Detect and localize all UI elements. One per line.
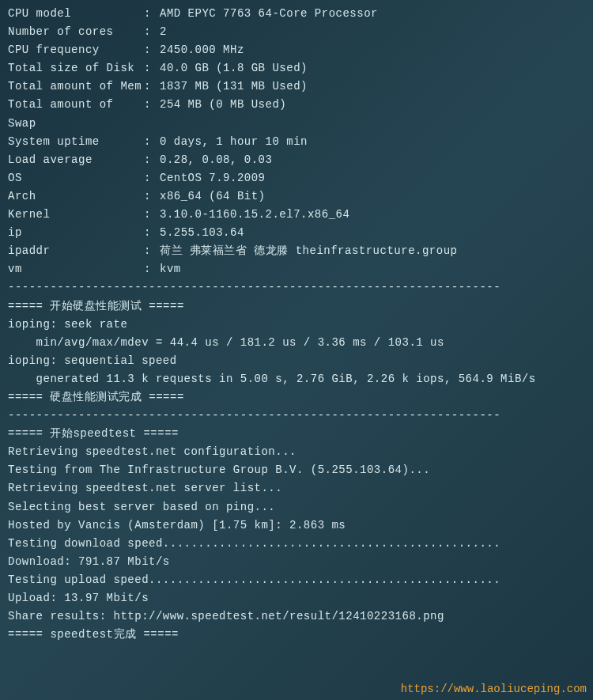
speedtest-testing-download: Testing download speed..................… <box>8 535 585 553</box>
sysinfo-value: 0 days, 1 hour 10 min <box>160 133 308 151</box>
speedtest-selecting: Selecting best server based on ping... <box>8 498 585 516</box>
ioping-seek-result: min/avg/max/mdev = 44.4 us / 181.2 us / … <box>8 334 585 352</box>
colon: : <box>144 41 160 59</box>
sysinfo-label: Total amount of Mem <box>8 78 144 96</box>
sysinfo-value: 3.10.0-1160.15.2.el7.x86_64 <box>160 206 349 224</box>
sysinfo-swap: Total amount of Swap: 254 MB (0 MB Used) <box>8 96 585 132</box>
sysinfo-label: Arch <box>8 187 144 206</box>
speedtest-retrieving-servers: Retrieving speedtest.net server list... <box>8 479 585 498</box>
ioping-seek-label: ioping: seek rate <box>8 316 585 334</box>
ioping-sequential-result: generated 11.3 k requests in 5.00 s, 2.7… <box>8 370 585 388</box>
sysinfo-os: OS: CentOS 7.9.2009 <box>8 169 585 187</box>
sysinfo-arch: Arch: x86_64 (64 Bit) <box>8 187 585 206</box>
sysinfo-num-cores: Number of cores: 2 <box>8 23 585 41</box>
sysinfo-cpu-model: CPU model: AMD EPYC 7763 64-Core Process… <box>8 5 585 23</box>
speedtest-share-link: Share results: http://www.speedtest.net/… <box>8 607 585 626</box>
colon: : <box>144 206 160 224</box>
sysinfo-label: System uptime <box>8 133 144 151</box>
colon: : <box>144 23 160 41</box>
watermark-url: https://www.laoliuceping.com <box>401 680 587 698</box>
colon: : <box>144 133 160 151</box>
speedtest-footer: ===== speedtest完成 ===== <box>8 626 585 644</box>
sysinfo-value: AMD EPYC 7763 64-Core Processor <box>160 5 378 23</box>
sysinfo-value: 0.28, 0.08, 0.03 <box>160 151 272 169</box>
colon: : <box>144 169 160 187</box>
sysinfo-label: Number of cores <box>8 23 144 41</box>
speedtest-upload-result: Upload: 13.97 Mbit/s <box>8 589 585 607</box>
sysinfo-value: x86_64 (64 Bit) <box>160 187 266 206</box>
sysinfo-vm: vm: kvm <box>8 260 585 278</box>
sysinfo-value: CentOS 7.9.2009 <box>160 169 266 187</box>
speedtest-testing-upload: Testing upload speed....................… <box>8 571 585 589</box>
separator-line: ----------------------------------------… <box>8 407 585 425</box>
sysinfo-value: kvm <box>160 260 181 278</box>
sysinfo-mem: Total amount of Mem: 1837 MB (131 MB Use… <box>8 78 585 96</box>
disk-test-header: ===== 开始硬盘性能测试 ===== <box>8 297 585 316</box>
colon: : <box>144 59 160 78</box>
colon: : <box>144 96 160 132</box>
sysinfo-load: Load average: 0.28, 0.08, 0.03 <box>8 151 585 169</box>
sysinfo-uptime: System uptime: 0 days, 1 hour 10 min <box>8 133 585 151</box>
sysinfo-label: Total size of Disk <box>8 59 144 78</box>
sysinfo-label: Total amount of Swap <box>8 96 144 132</box>
sysinfo-label: CPU model <box>8 5 144 23</box>
speedtest-header: ===== 开始speedtest ===== <box>8 425 585 443</box>
speedtest-retrieving-config: Retrieving speedtest.net configuration..… <box>8 443 585 461</box>
sysinfo-label: ipaddr <box>8 242 144 260</box>
sysinfo-label: Load average <box>8 151 144 169</box>
sysinfo-label: vm <box>8 260 144 278</box>
sysinfo-disk: Total size of Disk: 40.0 GB (1.8 GB Used… <box>8 59 585 78</box>
speedtest-hosted-by: Hosted by Vancis (Amsterdam) [1.75 km]: … <box>8 516 585 535</box>
colon: : <box>144 151 160 169</box>
colon: : <box>144 78 160 96</box>
terminal-output: CPU model: AMD EPYC 7763 64-Core Process… <box>8 5 585 644</box>
disk-test-footer: ===== 硬盘性能测试完成 ===== <box>8 388 585 407</box>
colon: : <box>144 187 160 206</box>
separator-line: ----------------------------------------… <box>8 278 585 297</box>
colon: : <box>144 242 160 260</box>
speedtest-testing-from: Testing from The Infrastructure Group B.… <box>8 461 585 479</box>
sysinfo-cpu-freq: CPU frequency: 2450.000 MHz <box>8 41 585 59</box>
speedtest-download-result: Download: 791.87 Mbit/s <box>8 553 585 571</box>
sysinfo-value: 荷兰 弗莱福兰省 德龙滕 theinfrastructure.group <box>160 242 457 260</box>
sysinfo-label: ip <box>8 224 144 242</box>
sysinfo-value: 2450.000 MHz <box>160 41 244 59</box>
sysinfo-value: 5.255.103.64 <box>160 224 244 242</box>
colon: : <box>144 5 160 23</box>
sysinfo-label: OS <box>8 169 144 187</box>
sysinfo-value: 254 MB (0 MB Used) <box>160 96 286 132</box>
sysinfo-label: Kernel <box>8 206 144 224</box>
sysinfo-ip: ip: 5.255.103.64 <box>8 224 585 242</box>
ioping-sequential-label: ioping: sequential speed <box>8 352 585 370</box>
sysinfo-label: CPU frequency <box>8 41 144 59</box>
sysinfo-value: 2 <box>160 23 167 41</box>
colon: : <box>144 224 160 242</box>
sysinfo-value: 40.0 GB (1.8 GB Used) <box>160 59 308 78</box>
sysinfo-value: 1837 MB (131 MB Used) <box>160 78 308 96</box>
sysinfo-ipaddr: ipaddr: 荷兰 弗莱福兰省 德龙滕 theinfrastructure.g… <box>8 242 585 260</box>
sysinfo-kernel: Kernel: 3.10.0-1160.15.2.el7.x86_64 <box>8 206 585 224</box>
colon: : <box>144 260 160 278</box>
